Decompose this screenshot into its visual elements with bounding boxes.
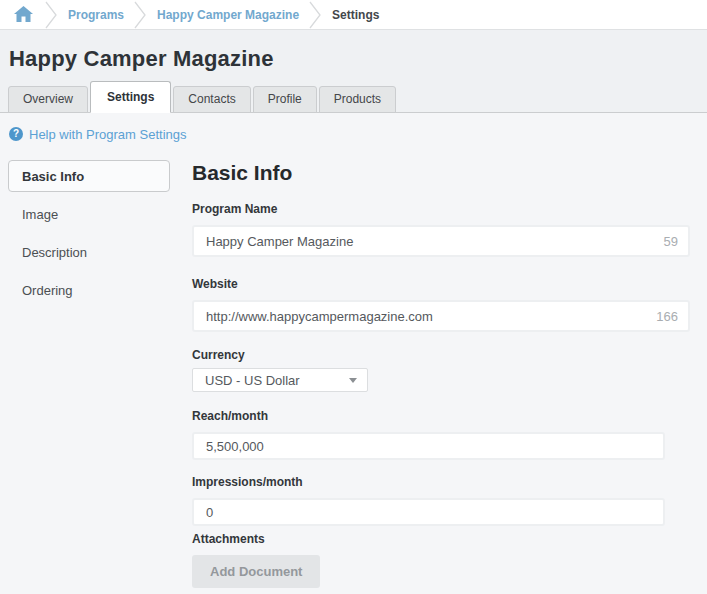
- program-name-group: Program Name 59: [192, 203, 690, 257]
- attachments-group: Attachments Add Document: [192, 533, 690, 588]
- chevron-down-icon: [349, 378, 357, 383]
- impressions-label: Impressions/month: [192, 476, 690, 489]
- breadcrumb-programs[interactable]: Programs: [64, 8, 128, 22]
- chevron-separator-icon: [45, 0, 58, 30]
- reach-group: Reach/month: [192, 410, 690, 460]
- chevron-separator-icon: [134, 0, 147, 30]
- section-heading: Basic Info: [192, 162, 690, 184]
- currency-group: Currency USD - US Dollar: [192, 349, 690, 392]
- program-name-input[interactable]: [192, 225, 690, 257]
- attachments-label: Attachments: [192, 533, 690, 546]
- breadcrumb-settings-current: Settings: [328, 8, 383, 22]
- home-breadcrumb-link[interactable]: [14, 6, 33, 23]
- website-input[interactable]: [192, 300, 690, 332]
- sidebar-item-ordering[interactable]: Ordering: [8, 274, 170, 306]
- reach-label: Reach/month: [192, 410, 690, 423]
- tab-settings[interactable]: Settings: [90, 81, 171, 113]
- basic-info-form: Basic Info Program Name 59 Website 166 C…: [192, 162, 690, 588]
- chevron-separator-icon: [309, 0, 322, 30]
- settings-sidenav: Basic Info Image Description Ordering: [8, 160, 170, 312]
- impressions-group: Impressions/month: [192, 476, 690, 526]
- home-icon: [14, 6, 33, 23]
- tab-bar: Overview Settings Contacts Profile Produ…: [0, 81, 707, 113]
- currency-label: Currency: [192, 349, 690, 362]
- help-question-icon: ?: [9, 127, 23, 141]
- help-link[interactable]: Help with Program Settings: [29, 127, 187, 142]
- sidebar-item-description[interactable]: Description: [8, 236, 170, 268]
- reach-input[interactable]: [192, 432, 665, 460]
- tab-profile[interactable]: Profile: [253, 86, 317, 113]
- sidebar-item-image[interactable]: Image: [8, 198, 170, 230]
- tab-contacts[interactable]: Contacts: [173, 86, 250, 113]
- currency-select[interactable]: USD - US Dollar: [192, 368, 368, 392]
- website-group: Website 166: [192, 278, 690, 332]
- page-header: Happy Camper Magazine Overview Settings …: [0, 30, 707, 113]
- add-document-button[interactable]: Add Document: [192, 555, 320, 588]
- breadcrumb: Programs Happy Camper Magazine Settings: [0, 0, 707, 30]
- breadcrumb-happy-camper-magazine[interactable]: Happy Camper Magazine: [153, 8, 303, 22]
- page-title: Happy Camper Magazine: [0, 30, 707, 72]
- impressions-input[interactable]: [192, 498, 665, 526]
- help-row: ? Help with Program Settings: [0, 113, 707, 143]
- currency-selected-value: USD - US Dollar: [205, 373, 300, 388]
- sidebar-item-basic-info[interactable]: Basic Info: [8, 160, 170, 192]
- tab-products[interactable]: Products: [319, 86, 396, 113]
- content-area: Basic Info Image Description Ordering Ba…: [0, 160, 707, 594]
- tab-overview[interactable]: Overview: [8, 86, 88, 113]
- website-label: Website: [192, 278, 690, 291]
- program-name-label: Program Name: [192, 203, 690, 216]
